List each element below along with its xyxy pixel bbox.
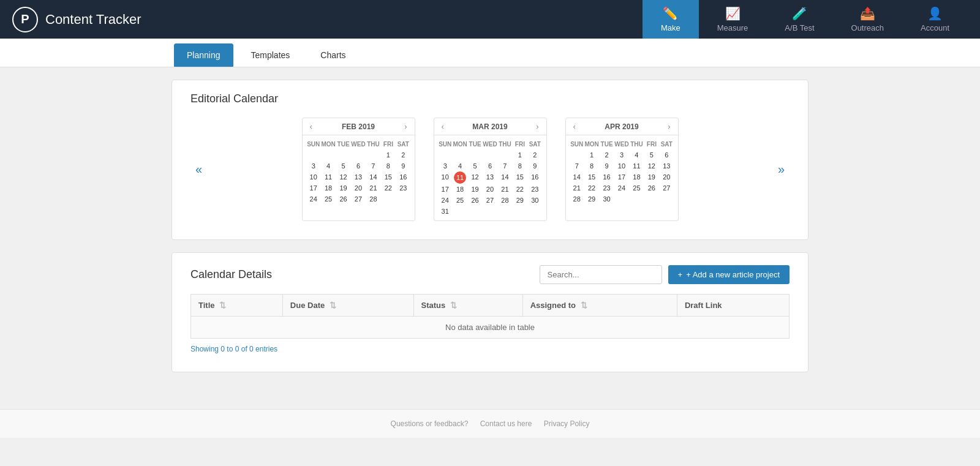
cal-day[interactable]: 17 xyxy=(306,182,321,194)
add-article-button[interactable]: + + Add a new article project xyxy=(668,265,790,284)
cal-day[interactable]: 22 xyxy=(381,182,396,194)
cal-day[interactable]: 6 xyxy=(659,149,674,160)
cal-day[interactable]: 21 xyxy=(366,182,380,194)
cal-day[interactable]: 28 xyxy=(570,194,584,205)
cal-day[interactable]: 22 xyxy=(584,182,599,194)
cal-day[interactable]: 21 xyxy=(570,182,584,194)
cal-day[interactable]: 16 xyxy=(599,171,614,182)
cal-day[interactable]: 26 xyxy=(467,195,482,206)
cal-day[interactable]: 14 xyxy=(570,171,584,182)
cal-day[interactable]: 19 xyxy=(336,182,350,194)
cal-day[interactable]: 8 xyxy=(381,160,396,171)
cal-prev-mar2019[interactable]: ‹ xyxy=(439,122,447,131)
calendar-prev-btn[interactable]: « xyxy=(190,157,207,181)
cal-day[interactable]: 1 xyxy=(513,149,527,160)
nav-item-abtest[interactable]: 🧪 A/B Test xyxy=(766,0,832,39)
cal-day[interactable]: 5 xyxy=(467,160,482,171)
cal-prev-feb2019[interactable]: ‹ xyxy=(307,122,315,131)
cal-day[interactable]: 26 xyxy=(644,182,659,194)
cal-day[interactable]: 15 xyxy=(584,171,599,182)
cal-day[interactable]: 16 xyxy=(396,171,410,182)
tab-templates[interactable]: Templates xyxy=(238,43,303,67)
cal-day[interactable]: 9 xyxy=(527,160,542,171)
cal-day[interactable]: 5 xyxy=(644,149,659,160)
cal-day[interactable]: 24 xyxy=(306,194,321,205)
nav-item-outreach[interactable]: 📤 Outreach xyxy=(833,0,902,39)
cal-day[interactable]: 14 xyxy=(366,171,380,182)
cal-day[interactable]: 23 xyxy=(599,182,614,194)
cal-day[interactable]: 3 xyxy=(438,160,453,171)
cal-day[interactable]: 1 xyxy=(584,149,599,160)
footer-link-feedback[interactable]: Questions or feedback? xyxy=(391,419,469,428)
cal-day[interactable]: 9 xyxy=(599,160,614,171)
cal-day[interactable]: 30 xyxy=(527,195,542,206)
footer-link-privacy[interactable]: Privacy Policy xyxy=(544,419,590,428)
cal-day[interactable]: 24 xyxy=(438,195,453,206)
nav-item-make[interactable]: ✏️ Make xyxy=(643,0,699,39)
footer-link-contact[interactable]: Contact us here xyxy=(480,419,532,428)
cal-next-apr2019[interactable]: › xyxy=(665,122,673,131)
cal-day[interactable]: 12 xyxy=(336,171,350,182)
cal-next-feb2019[interactable]: › xyxy=(402,122,409,131)
search-input[interactable] xyxy=(540,265,662,284)
cal-day[interactable]: 7 xyxy=(570,160,584,171)
cal-day[interactable]: 13 xyxy=(351,171,366,182)
cal-day[interactable]: 4 xyxy=(629,149,644,160)
cal-day[interactable]: 11 xyxy=(321,171,336,182)
cal-day[interactable]: 8 xyxy=(584,160,599,171)
cal-day[interactable]: 31 xyxy=(438,206,453,217)
cal-day[interactable]: 27 xyxy=(659,182,674,194)
cal-day[interactable]: 10 xyxy=(614,160,629,171)
cal-day[interactable]: 15 xyxy=(513,171,527,184)
cal-prev-apr2019[interactable]: ‹ xyxy=(571,122,578,131)
cal-day[interactable]: 7 xyxy=(497,160,512,171)
cal-day[interactable]: 17 xyxy=(438,184,453,195)
cal-day[interactable]: 18 xyxy=(321,182,336,194)
cal-day[interactable]: 23 xyxy=(527,184,542,195)
cal-day[interactable]: 19 xyxy=(467,184,482,195)
cal-day[interactable]: 21 xyxy=(497,184,512,195)
th-status[interactable]: Status ⇅ xyxy=(413,295,522,317)
cal-day[interactable]: 4 xyxy=(453,160,467,171)
cal-day[interactable]: 28 xyxy=(497,195,512,206)
cal-day[interactable]: 27 xyxy=(483,195,497,206)
cal-day[interactable]: 14 xyxy=(497,171,512,184)
cal-day[interactable]: 11 xyxy=(454,171,466,184)
cal-day[interactable]: 24 xyxy=(614,182,629,194)
cal-day[interactable]: 9 xyxy=(396,160,410,171)
cal-day[interactable]: 18 xyxy=(453,184,467,195)
nav-item-measure[interactable]: 📈 Measure xyxy=(699,0,767,39)
cal-day[interactable]: 10 xyxy=(306,171,321,182)
cal-day[interactable]: 26 xyxy=(336,194,350,205)
tab-charts[interactable]: Charts xyxy=(307,43,358,67)
cal-day[interactable]: 16 xyxy=(527,171,542,184)
cal-day[interactable]: 4 xyxy=(321,160,336,171)
cal-next-mar2019[interactable]: › xyxy=(533,122,541,131)
cal-day[interactable]: 29 xyxy=(513,195,527,206)
cal-day[interactable]: 1 xyxy=(381,149,396,160)
cal-day[interactable]: 7 xyxy=(366,160,380,171)
cal-day[interactable]: 11 xyxy=(629,160,644,171)
calendar-next-btn[interactable]: » xyxy=(773,157,790,181)
cal-day[interactable]: 23 xyxy=(396,182,410,194)
cal-day[interactable]: 13 xyxy=(659,160,674,171)
cal-day[interactable]: 3 xyxy=(614,149,629,160)
cal-day[interactable]: 10 xyxy=(438,171,453,184)
cal-day[interactable]: 22 xyxy=(513,184,527,195)
cal-day[interactable]: 5 xyxy=(336,160,350,171)
cal-day[interactable]: 25 xyxy=(321,194,336,205)
cal-day[interactable]: 18 xyxy=(629,171,644,182)
cal-day[interactable]: 2 xyxy=(527,149,542,160)
cal-day[interactable]: 29 xyxy=(584,194,599,205)
cal-day[interactable]: 6 xyxy=(351,160,366,171)
cal-day[interactable]: 6 xyxy=(483,160,497,171)
cal-day[interactable]: 13 xyxy=(483,171,497,184)
cal-day[interactable]: 15 xyxy=(381,171,396,182)
nav-item-account[interactable]: 👤 Account xyxy=(902,0,968,39)
cal-day[interactable]: 2 xyxy=(599,149,614,160)
cal-day[interactable]: 25 xyxy=(453,195,467,206)
cal-day[interactable]: 20 xyxy=(659,171,674,182)
th-title[interactable]: Title ⇅ xyxy=(191,295,283,317)
cal-day[interactable]: 12 xyxy=(644,160,659,171)
cal-day[interactable]: 30 xyxy=(599,194,614,205)
